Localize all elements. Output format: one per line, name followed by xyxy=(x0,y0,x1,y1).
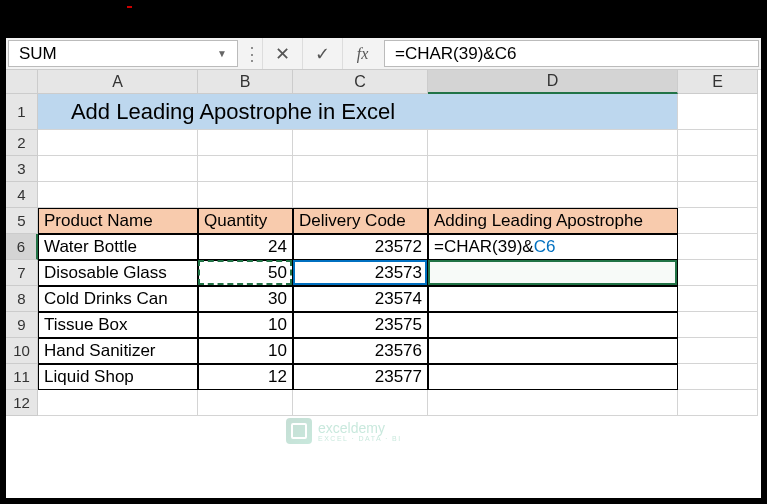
header-result[interactable]: Adding Leading Apostrophe xyxy=(428,208,678,234)
table-cell[interactable]: 23577 xyxy=(293,364,428,390)
cell[interactable] xyxy=(678,234,758,260)
table-cell[interactable] xyxy=(428,286,678,312)
cell[interactable] xyxy=(198,182,293,208)
insert-function-button[interactable]: fx xyxy=(342,38,382,69)
table-cell[interactable]: Tissue Box xyxy=(38,312,198,338)
watermark: exceldemyEXCEL · DATA · BI xyxy=(286,418,402,444)
name-box[interactable]: SUM ▼ xyxy=(8,40,238,67)
row-header-11[interactable]: 11 xyxy=(6,364,38,390)
table-cell[interactable]: 10 xyxy=(198,338,293,364)
cell[interactable] xyxy=(38,182,198,208)
formula-input[interactable]: =CHAR(39)&C6 xyxy=(384,40,759,67)
select-all-corner[interactable] xyxy=(6,70,38,94)
table-cell[interactable] xyxy=(428,338,678,364)
name-box-value: SUM xyxy=(19,44,217,64)
row-header-9[interactable]: 9 xyxy=(6,312,38,338)
cell[interactable] xyxy=(428,156,678,182)
row-header-7[interactable]: 7 xyxy=(6,260,38,286)
table-cell[interactable]: 10 xyxy=(198,312,293,338)
cell[interactable] xyxy=(678,156,758,182)
row-header-8[interactable]: 8 xyxy=(6,286,38,312)
table-cell[interactable]: 23574 xyxy=(293,286,428,312)
cell[interactable] xyxy=(678,94,758,130)
row-header-3[interactable]: 3 xyxy=(6,156,38,182)
table-cell[interactable]: Hand Sanitizer xyxy=(38,338,198,364)
cell[interactable] xyxy=(428,390,678,416)
table-cell[interactable]: 50 xyxy=(198,260,293,286)
col-header-a[interactable]: A xyxy=(38,70,198,94)
row-header-6[interactable]: 6 xyxy=(6,234,38,260)
col-header-b[interactable]: B xyxy=(198,70,293,94)
cell[interactable] xyxy=(678,338,758,364)
table-cell[interactable] xyxy=(428,364,678,390)
cell[interactable] xyxy=(428,182,678,208)
row-header-12[interactable]: 12 xyxy=(6,390,38,416)
cell[interactable] xyxy=(38,156,198,182)
table-cell[interactable] xyxy=(428,312,678,338)
cell[interactable] xyxy=(678,260,758,286)
cancel-button[interactable]: ✕ xyxy=(262,38,302,69)
row-header-2[interactable]: 2 xyxy=(6,130,38,156)
cell[interactable] xyxy=(678,130,758,156)
header-product[interactable]: Product Name xyxy=(38,208,198,234)
table-cell[interactable]: 24 xyxy=(198,234,293,260)
formula-bar: SUM ▼ ⋮ ✕ ✓ fx =CHAR(39)&C6 xyxy=(6,38,761,70)
chevron-down-icon[interactable]: ▼ xyxy=(217,48,227,59)
cell[interactable] xyxy=(293,156,428,182)
enter-button[interactable]: ✓ xyxy=(302,38,342,69)
cell[interactable] xyxy=(198,390,293,416)
cell[interactable] xyxy=(678,390,758,416)
col-header-c[interactable]: C xyxy=(293,70,428,94)
table-cell[interactable]: Water Bottle xyxy=(38,234,198,260)
cell[interactable] xyxy=(293,390,428,416)
table-cell[interactable]: Disosable Glass xyxy=(38,260,198,286)
cell[interactable] xyxy=(428,130,678,156)
row-header-1[interactable]: 1 xyxy=(6,94,38,130)
table-cell[interactable]: 23572 xyxy=(293,234,428,260)
separator-icon: ⋮ xyxy=(242,38,262,69)
table-cell[interactable] xyxy=(428,260,678,286)
active-cell-d6[interactable]: =CHAR(39)&C6 xyxy=(428,234,678,260)
cell[interactable] xyxy=(678,312,758,338)
table-cell[interactable]: 23573 xyxy=(293,260,428,286)
table-cell[interactable]: 12 xyxy=(198,364,293,390)
cell[interactable] xyxy=(678,182,758,208)
cell[interactable] xyxy=(38,390,198,416)
row-header-10[interactable]: 10 xyxy=(6,338,38,364)
cell[interactable] xyxy=(293,182,428,208)
spreadsheet-grid: A B C D E 1 Add Leading Apostrophe in Ex… xyxy=(6,70,761,416)
cell[interactable] xyxy=(678,208,758,234)
col-header-e[interactable]: E xyxy=(678,70,758,94)
table-cell[interactable]: Liquid Shop xyxy=(38,364,198,390)
header-code[interactable]: Delivery Code xyxy=(293,208,428,234)
table-cell[interactable]: 23575 xyxy=(293,312,428,338)
table-cell[interactable]: 30 xyxy=(198,286,293,312)
table-cell[interactable]: Cold Drinks Can xyxy=(38,286,198,312)
cell[interactable] xyxy=(678,364,758,390)
col-header-d[interactable]: D xyxy=(428,70,678,94)
cell[interactable] xyxy=(678,286,758,312)
watermark-logo-icon xyxy=(286,418,312,444)
cell[interactable] xyxy=(198,156,293,182)
cell[interactable] xyxy=(38,130,198,156)
cell[interactable] xyxy=(198,130,293,156)
row-header-5[interactable]: 5 xyxy=(6,208,38,234)
row-header-4[interactable]: 4 xyxy=(6,182,38,208)
title-cell-ext[interactable] xyxy=(428,94,678,130)
header-quantity[interactable]: Quantity xyxy=(198,208,293,234)
table-cell[interactable]: 23576 xyxy=(293,338,428,364)
title-cell[interactable]: Add Leading Apostrophe in Excel xyxy=(38,94,428,130)
cell[interactable] xyxy=(293,130,428,156)
